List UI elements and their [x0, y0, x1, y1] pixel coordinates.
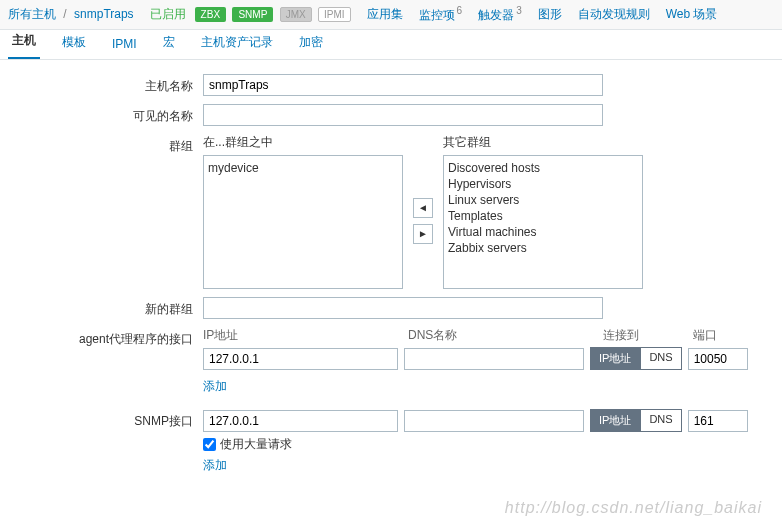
- badge-jmx: JMX: [280, 7, 312, 22]
- agent-if-label: agent代理程序的接口: [8, 327, 203, 395]
- breadcrumb-current: snmpTraps: [74, 7, 134, 21]
- snmp-conn-ip[interactable]: IP地址: [590, 409, 640, 432]
- tab-inventory[interactable]: 主机资产记录: [197, 28, 277, 59]
- breadcrumb-sep: /: [63, 7, 66, 21]
- new-group-input[interactable]: [203, 297, 603, 319]
- list-item[interactable]: Templates: [448, 208, 638, 224]
- tab-ipmi[interactable]: IPMI: [108, 31, 141, 59]
- col-conn: 连接到: [603, 327, 693, 344]
- other-groups-listbox[interactable]: Discovered hostsHypervisorsLinux servers…: [443, 155, 643, 289]
- bulk-checkbox[interactable]: [203, 438, 216, 451]
- snmp-conn-dns[interactable]: DNS: [640, 409, 681, 432]
- link-web[interactable]: Web 场景: [666, 6, 718, 23]
- col-port: 端口: [693, 327, 753, 344]
- link-items[interactable]: 监控项: [419, 8, 455, 22]
- groups-label: 群组: [8, 134, 203, 289]
- col-ip: IP地址: [203, 327, 408, 344]
- link-triggers[interactable]: 触发器: [478, 8, 514, 22]
- snmp-add-link[interactable]: 添加: [203, 457, 227, 474]
- tab-macros[interactable]: 宏: [159, 28, 179, 59]
- tab-host[interactable]: 主机: [8, 26, 40, 59]
- tabs: 主机 模板 IPMI 宏 主机资产记录 加密: [0, 30, 782, 60]
- visible-name-label: 可见的名称: [8, 104, 203, 126]
- snmp-ip-input[interactable]: [203, 410, 398, 432]
- list-item[interactable]: Hypervisors: [448, 176, 638, 192]
- agent-add-link[interactable]: 添加: [203, 378, 227, 395]
- badge-zbx: ZBX: [195, 7, 226, 22]
- badge-snmp: SNMP: [232, 7, 273, 22]
- agent-conn-toggle: IP地址 DNS: [590, 347, 682, 370]
- status-enabled[interactable]: 已启用: [150, 6, 186, 23]
- link-apps[interactable]: 应用集: [367, 6, 403, 23]
- in-groups-label: 在...群组之中: [203, 134, 403, 151]
- triggers-count: 3: [516, 5, 522, 16]
- snmp-if-label: SNMP接口: [8, 409, 203, 474]
- link-discovery[interactable]: 自动发现规则: [578, 6, 650, 23]
- breadcrumb-all-hosts[interactable]: 所有主机: [8, 7, 56, 21]
- agent-port-input[interactable]: [688, 348, 748, 370]
- snmp-dns-input[interactable]: [404, 410, 584, 432]
- visible-name-input[interactable]: [203, 104, 603, 126]
- move-left-button[interactable]: ◄: [413, 198, 433, 218]
- snmp-conn-toggle: IP地址 DNS: [590, 409, 682, 432]
- agent-conn-ip[interactable]: IP地址: [590, 347, 640, 370]
- host-name-label: 主机名称: [8, 74, 203, 96]
- host-name-input[interactable]: [203, 74, 603, 96]
- agent-ip-input[interactable]: [203, 348, 398, 370]
- list-item[interactable]: Virtual machines: [448, 224, 638, 240]
- breadcrumb: 所有主机 / snmpTraps: [8, 6, 134, 23]
- bulk-label: 使用大量请求: [220, 436, 292, 453]
- new-group-label: 新的群组: [8, 297, 203, 319]
- form-area: 主机名称 可见的名称 群组 在...群组之中 mydevice ◄ ► 其它群组…: [0, 60, 782, 490]
- tab-templates[interactable]: 模板: [58, 28, 90, 59]
- link-graphs[interactable]: 图形: [538, 6, 562, 23]
- move-right-button[interactable]: ►: [413, 224, 433, 244]
- list-item[interactable]: Discovered hosts: [448, 160, 638, 176]
- col-dns: DNS名称: [408, 327, 603, 344]
- other-groups-label: 其它群组: [443, 134, 643, 151]
- list-item[interactable]: mydevice: [208, 160, 398, 176]
- agent-dns-input[interactable]: [404, 348, 584, 370]
- tab-encryption[interactable]: 加密: [295, 28, 327, 59]
- page-header: 所有主机 / snmpTraps 已启用 ZBX SNMP JMX IPMI 应…: [0, 0, 782, 30]
- badge-ipmi: IPMI: [318, 7, 351, 22]
- list-item[interactable]: Linux servers: [448, 192, 638, 208]
- items-count: 6: [457, 5, 463, 16]
- in-groups-listbox[interactable]: mydevice: [203, 155, 403, 289]
- snmp-port-input[interactable]: [688, 410, 748, 432]
- agent-conn-dns[interactable]: DNS: [640, 347, 681, 370]
- list-item[interactable]: Zabbix servers: [448, 240, 638, 256]
